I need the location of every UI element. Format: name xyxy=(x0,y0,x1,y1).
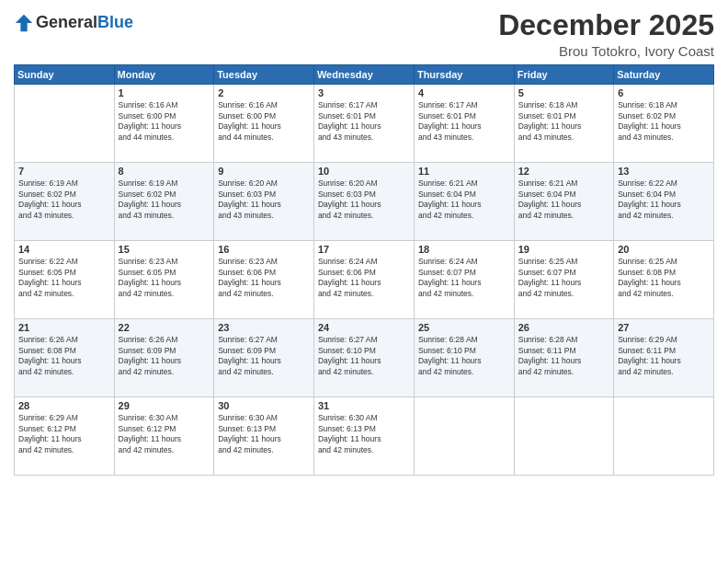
day-detail: Sunrise: 6:30 AMSunset: 6:12 PMDaylight:… xyxy=(119,413,210,455)
page: GeneralBlue December 2025 Brou Totokro, … xyxy=(0,0,728,563)
calendar-cell xyxy=(414,397,514,476)
col-friday: Friday xyxy=(514,65,613,85)
calendar-cell: 7Sunrise: 6:19 AMSunset: 6:02 PMDaylight… xyxy=(15,163,115,241)
day-detail: Sunrise: 6:19 AMSunset: 6:02 PMDaylight:… xyxy=(18,178,110,221)
calendar-cell: 24Sunrise: 6:27 AMSunset: 6:10 PMDayligh… xyxy=(313,319,414,397)
logo-text: GeneralBlue xyxy=(36,14,133,32)
calendar-week-row: 7Sunrise: 6:19 AMSunset: 6:02 PMDaylight… xyxy=(15,163,714,241)
day-detail: Sunrise: 6:20 AMSunset: 6:03 PMDaylight:… xyxy=(218,178,310,221)
day-detail: Sunrise: 6:25 AMSunset: 6:08 PMDaylight:… xyxy=(618,257,710,299)
day-detail: Sunrise: 6:26 AMSunset: 6:08 PMDaylight:… xyxy=(18,335,110,377)
main-title: December 2025 xyxy=(498,9,714,41)
calendar-week-row: 21Sunrise: 6:26 AMSunset: 6:08 PMDayligh… xyxy=(15,319,714,397)
day-number: 24 xyxy=(318,322,410,333)
calendar-cell: 16Sunrise: 6:23 AMSunset: 6:06 PMDayligh… xyxy=(214,241,314,319)
day-number: 11 xyxy=(418,166,510,177)
day-detail: Sunrise: 6:22 AMSunset: 6:05 PMDaylight:… xyxy=(18,257,110,299)
logo: GeneralBlue xyxy=(14,13,133,33)
day-number: 10 xyxy=(318,166,410,177)
day-number: 9 xyxy=(218,166,310,177)
day-detail: Sunrise: 6:18 AMSunset: 6:01 PMDaylight:… xyxy=(518,100,609,143)
calendar-cell: 11Sunrise: 6:21 AMSunset: 6:04 PMDayligh… xyxy=(414,163,514,241)
day-detail: Sunrise: 6:23 AMSunset: 6:06 PMDaylight:… xyxy=(218,257,310,299)
calendar-cell xyxy=(614,397,714,476)
day-detail: Sunrise: 6:28 AMSunset: 6:11 PMDaylight:… xyxy=(518,335,609,377)
calendar-table: Sunday Monday Tuesday Wednesday Thursday… xyxy=(14,64,714,476)
calendar-header-row: Sunday Monday Tuesday Wednesday Thursday… xyxy=(15,65,714,85)
day-number: 22 xyxy=(119,322,210,333)
calendar-cell: 28Sunrise: 6:29 AMSunset: 6:12 PMDayligh… xyxy=(15,397,115,476)
day-detail: Sunrise: 6:23 AMSunset: 6:05 PMDaylight:… xyxy=(119,257,210,299)
calendar-cell: 2Sunrise: 6:16 AMSunset: 6:00 PMDaylight… xyxy=(214,85,314,163)
day-detail: Sunrise: 6:28 AMSunset: 6:10 PMDaylight:… xyxy=(418,335,510,377)
day-number: 21 xyxy=(18,322,110,333)
day-number: 23 xyxy=(218,322,310,333)
calendar-cell: 13Sunrise: 6:22 AMSunset: 6:04 PMDayligh… xyxy=(614,163,714,241)
calendar-cell: 26Sunrise: 6:28 AMSunset: 6:11 PMDayligh… xyxy=(514,319,613,397)
col-wednesday: Wednesday xyxy=(313,65,414,85)
day-detail: Sunrise: 6:30 AMSunset: 6:13 PMDaylight:… xyxy=(218,413,310,455)
calendar-cell: 23Sunrise: 6:27 AMSunset: 6:09 PMDayligh… xyxy=(214,319,314,397)
calendar-cell: 10Sunrise: 6:20 AMSunset: 6:03 PMDayligh… xyxy=(313,163,414,241)
calendar-cell xyxy=(514,397,613,476)
day-number: 2 xyxy=(218,87,310,98)
logo-general-text: General xyxy=(36,13,97,31)
calendar-cell: 27Sunrise: 6:29 AMSunset: 6:11 PMDayligh… xyxy=(614,319,714,397)
calendar-cell: 21Sunrise: 6:26 AMSunset: 6:08 PMDayligh… xyxy=(15,319,115,397)
day-detail: Sunrise: 6:24 AMSunset: 6:06 PMDaylight:… xyxy=(318,257,410,299)
logo-icon xyxy=(14,13,34,33)
day-number: 1 xyxy=(119,87,210,98)
day-detail: Sunrise: 6:29 AMSunset: 6:11 PMDaylight:… xyxy=(618,335,710,377)
day-detail: Sunrise: 6:22 AMSunset: 6:04 PMDaylight:… xyxy=(618,178,710,221)
calendar-cell: 25Sunrise: 6:28 AMSunset: 6:10 PMDayligh… xyxy=(414,319,514,397)
day-detail: Sunrise: 6:17 AMSunset: 6:01 PMDaylight:… xyxy=(418,100,510,143)
day-detail: Sunrise: 6:26 AMSunset: 6:09 PMDaylight:… xyxy=(119,335,210,377)
day-detail: Sunrise: 6:16 AMSunset: 6:00 PMDaylight:… xyxy=(119,100,210,143)
day-detail: Sunrise: 6:17 AMSunset: 6:01 PMDaylight:… xyxy=(318,100,410,143)
day-detail: Sunrise: 6:27 AMSunset: 6:10 PMDaylight:… xyxy=(318,335,410,377)
day-detail: Sunrise: 6:21 AMSunset: 6:04 PMDaylight:… xyxy=(518,178,609,221)
day-number: 19 xyxy=(518,244,609,255)
day-number: 15 xyxy=(119,244,210,255)
day-number: 5 xyxy=(518,87,609,98)
day-number: 18 xyxy=(418,244,510,255)
col-saturday: Saturday xyxy=(614,65,714,85)
calendar-week-row: 28Sunrise: 6:29 AMSunset: 6:12 PMDayligh… xyxy=(15,397,714,476)
col-tuesday: Tuesday xyxy=(214,65,314,85)
title-block: December 2025 Brou Totokro, Ivory Coast xyxy=(498,9,714,59)
calendar-cell: 1Sunrise: 6:16 AMSunset: 6:00 PMDaylight… xyxy=(114,85,214,163)
calendar-cell: 17Sunrise: 6:24 AMSunset: 6:06 PMDayligh… xyxy=(313,241,414,319)
day-detail: Sunrise: 6:19 AMSunset: 6:02 PMDaylight:… xyxy=(119,178,210,221)
calendar-cell: 4Sunrise: 6:17 AMSunset: 6:01 PMDaylight… xyxy=(414,85,514,163)
subtitle: Brou Totokro, Ivory Coast xyxy=(498,43,714,59)
calendar-cell: 19Sunrise: 6:25 AMSunset: 6:07 PMDayligh… xyxy=(514,241,613,319)
day-detail: Sunrise: 6:30 AMSunset: 6:13 PMDaylight:… xyxy=(318,413,410,455)
day-detail: Sunrise: 6:21 AMSunset: 6:04 PMDaylight:… xyxy=(418,178,510,221)
day-detail: Sunrise: 6:16 AMSunset: 6:00 PMDaylight:… xyxy=(218,100,310,143)
day-number: 31 xyxy=(318,400,410,411)
day-detail: Sunrise: 6:29 AMSunset: 6:12 PMDaylight:… xyxy=(18,413,110,455)
day-number: 16 xyxy=(218,244,310,255)
day-number: 25 xyxy=(418,322,510,333)
day-number: 8 xyxy=(119,166,210,177)
day-number: 3 xyxy=(318,87,410,98)
day-number: 27 xyxy=(618,322,710,333)
day-number: 29 xyxy=(119,400,210,411)
svg-marker-0 xyxy=(16,15,32,31)
header: GeneralBlue December 2025 Brou Totokro, … xyxy=(14,9,714,59)
col-thursday: Thursday xyxy=(414,65,514,85)
calendar-cell: 29Sunrise: 6:30 AMSunset: 6:12 PMDayligh… xyxy=(114,397,214,476)
calendar-cell: 30Sunrise: 6:30 AMSunset: 6:13 PMDayligh… xyxy=(214,397,314,476)
calendar-cell: 15Sunrise: 6:23 AMSunset: 6:05 PMDayligh… xyxy=(114,241,214,319)
calendar-week-row: 1Sunrise: 6:16 AMSunset: 6:00 PMDaylight… xyxy=(15,85,714,163)
day-number: 14 xyxy=(18,244,110,255)
calendar-cell: 14Sunrise: 6:22 AMSunset: 6:05 PMDayligh… xyxy=(15,241,115,319)
calendar-body: 1Sunrise: 6:16 AMSunset: 6:00 PMDaylight… xyxy=(15,85,714,476)
day-number: 20 xyxy=(618,244,710,255)
calendar-cell: 9Sunrise: 6:20 AMSunset: 6:03 PMDaylight… xyxy=(214,163,314,241)
calendar-cell xyxy=(15,85,115,163)
day-detail: Sunrise: 6:24 AMSunset: 6:07 PMDaylight:… xyxy=(418,257,510,299)
day-detail: Sunrise: 6:20 AMSunset: 6:03 PMDaylight:… xyxy=(318,178,410,221)
calendar-cell: 6Sunrise: 6:18 AMSunset: 6:02 PMDaylight… xyxy=(614,85,714,163)
day-number: 12 xyxy=(518,166,609,177)
